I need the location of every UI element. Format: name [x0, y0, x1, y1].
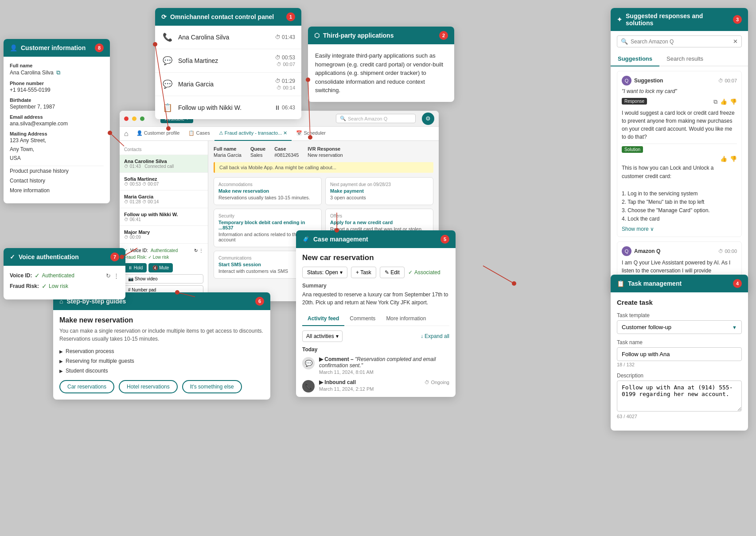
omnichannel-title: Omnichannel contact control panel — [170, 13, 274, 20]
associated-badge: ✓ Associated — [408, 269, 440, 276]
status-open-button[interactable]: Status: Open ▾ — [302, 267, 347, 278]
action-card-reservation[interactable]: Accommodations Make new reservation Rese… — [214, 177, 322, 205]
omnichannel-header: ⟳ Omnichannel contact control panel 1 — [155, 8, 301, 26]
guide-item-1[interactable]: ▶ Reserving for multiple guests — [59, 358, 264, 364]
search-bar: 🔍 ✕ — [617, 35, 742, 47]
ccp-contact-sofia[interactable]: Sofía Martinez ⏱ 00:53 ⏱ 00:07 — [120, 173, 208, 190]
ccp-contact-ana[interactable]: Ana Caroline Silva ⏱ 01:43 Connected cal… — [120, 155, 208, 173]
suggested-tabs: Suggestions Search results — [611, 52, 748, 66]
template-select[interactable]: Customer follow-up ▼ — [617, 320, 742, 334]
suggestion-time: ⏱ 00:07 — [718, 78, 737, 83]
more-icon[interactable]: ⋮ — [113, 272, 119, 279]
ccp-contacts-list: Contacts Ana Caroline Silva ⏱ 01:43 Conn… — [120, 141, 208, 301]
suggested-icon: ✦ — [617, 16, 622, 23]
add-task-button[interactable]: + Task — [351, 267, 376, 278]
mute-button[interactable]: 🔇 Mute — [148, 263, 173, 272]
contact-item-nikki[interactable]: 📋 Follow up with Nikki W. ⏸ 06:43 — [155, 96, 301, 119]
suggested-header: ✦ Suggested responses and solutions 3 — [611, 8, 748, 31]
info-fullname: Full name Ana Carolina Silva ⧉ — [10, 63, 104, 76]
ccp-tab-fraud[interactable]: ⚠ Fraud activity - transacto... ✕ — [214, 127, 292, 141]
thirdparty-panel: ⬡ Third-party applications 2 Easily inte… — [308, 27, 454, 102]
casemanagement-header: 🧳 Case management 5 — [296, 230, 456, 248]
link-more-information[interactable]: More information — [10, 187, 104, 194]
create-task-heading: Create task — [617, 299, 742, 306]
desc-textarea[interactable]: Follow up with Ana at (914) 555-0199 reg… — [617, 381, 742, 412]
show-video-button[interactable]: 📷 Show video — [124, 274, 203, 284]
ccp-contact-nikki[interactable]: Follow up with Nikki W. ⏱ 06:41 — [120, 208, 208, 226]
ccp-tabs-bar: ⌂ 👤 Customer profile 📋 Cases ⚠ Fraud act… — [120, 127, 439, 141]
amazon-q-time: ⏱ 00:00 — [718, 249, 737, 254]
solution-text: This is how you can Lock and Unlock a cu… — [622, 164, 737, 223]
solution-thumbup-icon[interactable]: 👍 — [720, 155, 727, 162]
expand-all-button[interactable]: ↓ Expand all — [421, 333, 449, 339]
search-input[interactable] — [631, 39, 730, 45]
ccp-tab-scheduler[interactable]: 📅 Scheduler — [292, 127, 330, 141]
desc-label: Description — [617, 373, 742, 379]
voice-id-row: Voice ID: ✓ Authenticated ↻ ⋮ — [10, 272, 119, 279]
chat-icon: 💬 — [161, 54, 174, 67]
tab-activity-feed[interactable]: Activity feed — [302, 312, 344, 326]
hotel-reservations-button[interactable]: Hotel reservations — [119, 380, 178, 393]
tab-more-info[interactable]: More information — [381, 312, 431, 326]
customerinfo-badge: 8 — [95, 43, 104, 52]
thirdparty-title: Third-party applications — [323, 32, 394, 39]
info-email: Email address ana.silva@example.com — [10, 114, 104, 127]
voice-id-value: ✓ Authenticated — [35, 272, 74, 279]
link-contact-history[interactable]: Contact history — [10, 178, 104, 184]
ccp-tab-cases[interactable]: 📋 Cases — [184, 127, 214, 141]
auth-check-icon: ✓ — [35, 272, 40, 279]
thirdparty-description: Easily integrate third-party application… — [315, 51, 447, 95]
ccp-contact-maria[interactable]: Maria Garcia ⏱ 01:28 ⏱ 00:14 — [120, 190, 208, 208]
contact-item-sofia[interactable]: 💬 Sofía Martinez ⏱ 00:53 ⏱ 00:07 — [155, 49, 301, 73]
add-task-label: + Task — [356, 269, 371, 276]
guide-title: Make new reservation — [59, 316, 264, 324]
ongoing-badge: ⏱ Ongoing — [425, 380, 449, 385]
comment-act-icon: 💬 — [302, 357, 315, 369]
guide-item-0[interactable]: ▶ Reservation process — [59, 348, 264, 354]
ccp-tab-profile[interactable]: 👤 Customer profile — [132, 127, 184, 141]
tab-suggestions[interactable]: Suggestions — [611, 52, 659, 66]
car-reservations-button[interactable]: Car reservations — [59, 380, 114, 393]
response-tag: Response — [622, 98, 647, 105]
chat2-icon: 💬 — [161, 78, 174, 90]
ccp-voice-id-label: Voice ID: — [130, 248, 148, 253]
something-else-button[interactable]: It's something else — [182, 380, 242, 393]
filter-arrow-icon: ▾ — [336, 333, 339, 339]
activity-call: 📞 ▶ Inbound call ⏱ Ongoing March 11, 202… — [302, 379, 449, 392]
fraud-check-icon: ✓ — [42, 283, 47, 290]
guide-item-2[interactable]: ▶ Student discounts — [59, 368, 264, 374]
taskmanagement-panel: 📋 Task management 4 Create task Task tem… — [611, 275, 748, 431]
edit-button[interactable]: ✎ Edit — [380, 267, 405, 278]
suggested-title: Suggested responses and solutions — [626, 12, 729, 27]
arrow-icon: ▶ — [59, 369, 63, 373]
taskmanagement-title: Task management — [628, 280, 682, 287]
contact-item-maria[interactable]: 💬 Maria Garcia ⏱ 01:29 ⏱ 00:14 — [155, 73, 301, 96]
solution-thumbdown-icon[interactable]: 👎 — [730, 155, 737, 162]
thumbup-icon[interactable]: 👍 — [720, 98, 727, 105]
show-more-button[interactable]: Show more ∨ — [622, 226, 737, 232]
tab-search-results[interactable]: Search results — [659, 52, 710, 66]
window-close-dot — [124, 117, 129, 121]
link-purchase-history[interactable]: Product purchase history — [10, 168, 104, 174]
refresh-icon[interactable]: ↻ — [106, 272, 111, 279]
taskmanagement-header: 📋 Task management 4 — [611, 275, 748, 292]
action-card-payment[interactable]: Next payment due on 09/28/23 Make paymen… — [325, 177, 433, 205]
response-text: I would suggest a card lock or credit ca… — [622, 109, 737, 141]
contact-item-ana[interactable]: 📞 Ana Carolina Silva ⏱ 01:43 — [155, 26, 301, 49]
clear-search-button[interactable]: ✕ — [733, 38, 738, 45]
thirdparty-badge: 2 — [439, 31, 448, 40]
copy-name-icon[interactable]: ⧉ — [56, 69, 60, 76]
info-address: Mailing Address 123 Any Street, Any Town… — [10, 131, 104, 161]
fraud-risk-row: Fraud Risk: ✓ Low risk — [10, 283, 119, 290]
window-max-dot — [140, 117, 144, 121]
tab-comments[interactable]: Comments — [344, 312, 381, 326]
activities-filter-select[interactable]: All activities ▾ — [302, 330, 343, 342]
copy-response-icon[interactable]: ⧉ — [713, 98, 717, 105]
hold-button[interactable]: ⏸ Hold — [124, 263, 147, 272]
status-arrow-icon: ▾ — [340, 269, 343, 276]
ccp-contact-mary[interactable]: Major Mary ⏱ 00:09 — [120, 226, 208, 244]
task-name-input[interactable] — [617, 347, 742, 361]
activity-call-date: March 11, 2024, 2:12 PM — [319, 386, 449, 392]
call-act-icon: 📞 — [302, 380, 315, 392]
thumbdown-icon[interactable]: 👎 — [730, 98, 737, 105]
